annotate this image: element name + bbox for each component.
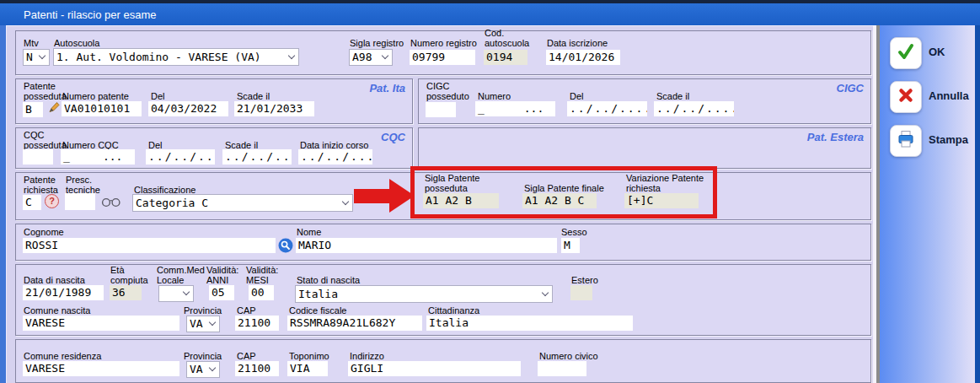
window-right-border bbox=[975, 25, 980, 383]
mtv-label: Mtv bbox=[24, 38, 39, 48]
chevron-down-icon bbox=[382, 52, 388, 59]
window-title: Patenti - rilascio per esame bbox=[24, 8, 157, 21]
sigla-registro-label: Sigla registro bbox=[350, 38, 404, 48]
validita-mesi-input[interactable]: 00 bbox=[249, 285, 274, 300]
pencil-icon[interactable] bbox=[47, 100, 61, 117]
cqc-scade-input[interactable]: ../../.... bbox=[222, 149, 292, 165]
cognome-label: Cognome bbox=[24, 227, 64, 237]
data-iscrizione-label: Data iscrizione bbox=[547, 38, 608, 48]
highlight-rectangle bbox=[410, 166, 717, 218]
eta-compiuta-field: 36 bbox=[110, 285, 142, 300]
data-iscrizione-input[interactable]: 14/01/2026 bbox=[546, 50, 620, 65]
numero-civico-input[interactable] bbox=[538, 361, 586, 376]
title-bar: Patenti - rilascio per esame bbox=[0, 3, 980, 25]
pat-estera-tag: Pat. Estera bbox=[807, 131, 864, 143]
codice-fiscale-label: Codice fiscale bbox=[289, 305, 346, 316]
ok-button[interactable] bbox=[890, 37, 922, 69]
cod-autoscuola-label: Cod. autoscuola bbox=[485, 28, 537, 48]
numero-patente-input[interactable]: VA01010101 bbox=[62, 101, 142, 116]
ok-button-label[interactable]: OK bbox=[929, 46, 945, 58]
stato-nascita-label: Stato di nascita bbox=[297, 275, 360, 285]
data-nascita-input[interactable]: 21/01/1989 bbox=[23, 285, 104, 300]
numero-registro-input[interactable]: 09799 bbox=[410, 50, 475, 65]
estero-field bbox=[570, 285, 592, 300]
provincia-nascita-select[interactable]: VA bbox=[186, 316, 220, 332]
numero-patente-label: Numero patente bbox=[62, 91, 129, 101]
sesso-label: Sesso bbox=[561, 227, 587, 237]
printer-icon bbox=[897, 130, 915, 152]
cqc-numero-input[interactable]: _ ... bbox=[61, 149, 135, 165]
patente-posseduta-input[interactable]: B bbox=[23, 102, 43, 117]
cigc-numero-label: Numero bbox=[478, 91, 511, 101]
numero-registro-label: Numero registro bbox=[410, 38, 477, 48]
cigc-posseduto-input[interactable] bbox=[426, 102, 456, 117]
cigc-scade-input[interactable]: ../../.... bbox=[654, 101, 734, 116]
provincia-residenza-select[interactable]: VA bbox=[186, 361, 220, 378]
provincia-nascita-label: Provincia bbox=[184, 305, 222, 316]
cod-autoscuola-field: 0194 bbox=[484, 50, 527, 65]
indirizzo-label: Indirizzo bbox=[350, 351, 384, 361]
cigc-del-input[interactable]: ../../.... bbox=[567, 101, 647, 116]
eta-compiuta-label: Età compiuta bbox=[110, 265, 154, 285]
comune-nascita-label: Comune nascita bbox=[24, 305, 91, 316]
annulla-button-label[interactable]: Annulla bbox=[929, 89, 969, 102]
validita-anni-input[interactable]: 05 bbox=[209, 285, 234, 300]
provincia-residenza-label: Provincia bbox=[184, 351, 222, 361]
comune-nascita-input[interactable]: VARESE bbox=[23, 316, 179, 331]
autoscuola-select[interactable]: 1. Aut. Voldomino - VARESE (VA) bbox=[53, 48, 299, 66]
patente-richiesta-input[interactable]: C bbox=[23, 195, 41, 210]
cognome-input[interactable]: ROSSI bbox=[23, 238, 276, 253]
chevron-down-icon bbox=[288, 51, 295, 58]
annulla-button[interactable] bbox=[890, 81, 922, 113]
stampa-button[interactable] bbox=[890, 125, 922, 157]
action-sidebar bbox=[880, 25, 975, 383]
comune-residenza-input[interactable]: VARESE bbox=[23, 361, 179, 376]
patente-estera-panel: Pat. Estera bbox=[418, 127, 871, 169]
autoscuola-label: Autoscuola bbox=[54, 38, 99, 48]
glasses-icon[interactable] bbox=[101, 196, 121, 211]
chevron-down-icon bbox=[342, 197, 349, 204]
cap-nascita-label: CAP bbox=[237, 305, 256, 316]
cap-nascita-input[interactable]: 21100 bbox=[235, 316, 279, 331]
nome-input[interactable]: MARIO bbox=[296, 238, 557, 253]
search-icon[interactable] bbox=[278, 238, 293, 256]
cigc-del-label: Del bbox=[570, 91, 584, 101]
help-icon[interactable]: ? bbox=[45, 194, 59, 208]
cqc-posseduta-input[interactable] bbox=[23, 149, 53, 165]
cqc-inizio-corso-input[interactable]: ../../.... bbox=[298, 149, 372, 165]
stampa-button-label[interactable]: Stampa bbox=[929, 133, 968, 146]
comm-med-select[interactable] bbox=[158, 285, 194, 302]
classificazione-select[interactable]: Categoria C bbox=[132, 194, 353, 212]
cigc-numero-input[interactable]: _ ... bbox=[475, 101, 555, 116]
estero-label: Estero bbox=[571, 275, 598, 285]
codice-fiscale-input[interactable]: RSSMRA89A21L682Y bbox=[287, 316, 422, 331]
toponimo-input[interactable]: VIA bbox=[287, 361, 328, 376]
sigla-registro-select[interactable]: A98 bbox=[349, 49, 393, 66]
check-icon bbox=[896, 41, 916, 65]
patente-scade-label: Scade il bbox=[237, 91, 270, 101]
indirizzo-input[interactable]: GIGLI bbox=[348, 361, 521, 376]
cigc-tag: CIGC bbox=[837, 82, 865, 94]
comune-residenza-label: Comune residenza bbox=[24, 351, 101, 361]
chevron-down-icon bbox=[209, 319, 216, 326]
nome-label: Nome bbox=[297, 227, 321, 237]
red-arrow-head bbox=[389, 179, 415, 213]
mtv-select[interactable]: N bbox=[23, 49, 50, 66]
numero-civico-label: Numero civico bbox=[539, 351, 598, 361]
cap-residenza-input[interactable]: 21100 bbox=[235, 361, 279, 376]
sesso-input[interactable]: M bbox=[561, 238, 580, 253]
validita-mesi-label: Validità: MESI bbox=[246, 265, 288, 285]
cigc-posseduto-label: CIGC posseduto bbox=[426, 81, 480, 101]
pat-ita-tag: Pat. Ita bbox=[369, 82, 405, 94]
cittadinanza-label: Cittadinanza bbox=[428, 305, 479, 316]
patente-del-input[interactable]: 04/03/2022 bbox=[148, 101, 228, 116]
cqc-tag: CQC bbox=[381, 131, 405, 143]
chevron-down-icon bbox=[542, 289, 549, 295]
cittadinanza-input[interactable]: Italia bbox=[426, 316, 633, 331]
chevron-down-icon bbox=[183, 289, 190, 295]
patente-scade-input[interactable]: 21/01/2033 bbox=[234, 101, 314, 116]
stato-nascita-select[interactable]: Italia bbox=[295, 285, 553, 303]
presc-tecniche-label: Presc. tecniche bbox=[66, 175, 110, 195]
cqc-del-input[interactable]: ../../.... bbox=[146, 149, 215, 165]
presc-tecniche-input[interactable] bbox=[65, 193, 95, 210]
